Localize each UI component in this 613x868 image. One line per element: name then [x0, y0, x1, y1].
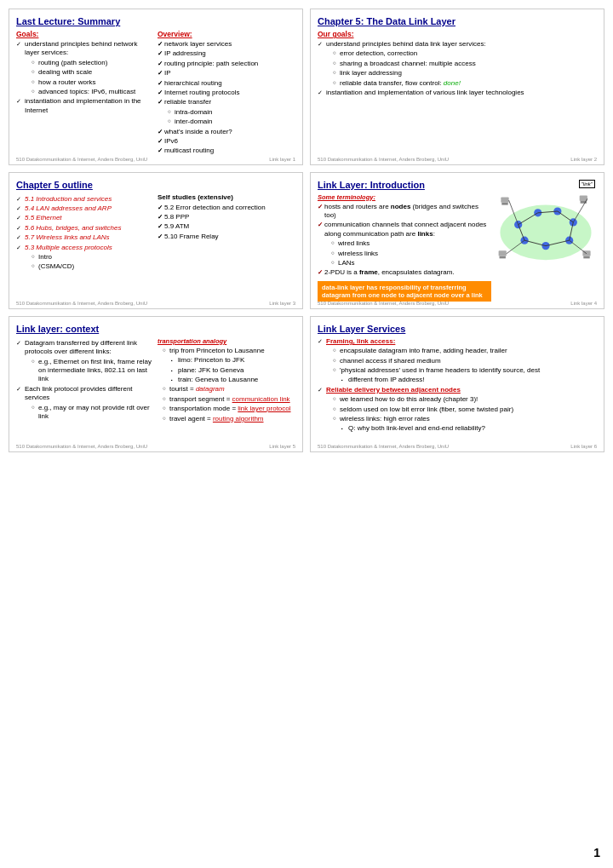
slide-num: Link layer 1 [269, 157, 295, 162]
list-item: ✓5.9 ATM [158, 222, 295, 231]
list-item: ✓reliable transfer [158, 98, 295, 106]
slide-3-title: Chapter 5 outline [16, 180, 295, 190]
footer-text: 510 Datakommunikation & Internet, Anders… [16, 444, 147, 449]
list-item: understand principles behind data link l… [318, 40, 597, 88]
list-item: sharing a broadcast channel: multiple ac… [333, 60, 597, 68]
svg-rect-20 [583, 256, 589, 258]
list-item: limo: Princeton to JFK [171, 356, 295, 365]
list-item: ✓ communication channels that connect ad… [318, 221, 491, 267]
sub-list: error detection, correction sharing a br… [326, 49, 597, 88]
list-item: ✓what's inside a router? [158, 128, 295, 136]
slide-5-title: Link layer: context [16, 324, 295, 334]
list-item: intra-domain [168, 108, 295, 117]
footer-text: 510 Datakommunikation & Internet, Anders… [16, 301, 147, 306]
list-item: train: Geneva to Lausanne [171, 376, 295, 384]
list-item: how a router works [32, 78, 154, 87]
list-item: understand principles behind network lay… [16, 40, 154, 96]
list-item: error detection, correction [333, 49, 597, 58]
list-item: ✓IP [158, 69, 295, 78]
list-item: wireless links: high error rates [333, 415, 597, 423]
slide-num: Link layer 2 [570, 157, 597, 162]
list-item: plane: JFK to Geneva [171, 366, 295, 375]
slide-1-overview-label: Overview: [158, 30, 295, 38]
list-item: ✓multicast routing [158, 147, 295, 155]
slide-1: Last Lecture: Summary Goals: understand … [9, 9, 303, 165]
list-item: LANs [331, 259, 491, 267]
list-item: Each link protocol provides different se… [16, 385, 154, 422]
slide-5-transport-list: trip from Princeton to Lausanne limo: Pr… [158, 347, 295, 423]
list-item: trip from Princeton to Lausanne [163, 347, 295, 355]
slide-4-terminology-list: ✓ hosts and routers are nodes (bridges a… [318, 203, 491, 278]
list-item: 5.5 Ethernet [16, 214, 154, 222]
list-item: ✓5.10 Frame Relay [158, 233, 295, 241]
reliable-label: Reliable delivery between adjacent nodes [326, 386, 461, 394]
list-item: routing (path selection) [32, 59, 154, 67]
slide-3-check-list: 5.1 Introduction and services 5.4 LAN ad… [16, 195, 154, 272]
list-item: dealing with scale [32, 68, 154, 77]
slide-6: Link Layer Services Framing, link access… [310, 316, 604, 452]
list-item: wired links [331, 239, 491, 248]
slide-1-title: Last Lecture: Summary [16, 16, 295, 26]
list-item: ✓IP addressing [158, 49, 295, 58]
slide-6-title: Link Layer Services [318, 324, 597, 334]
list-item: ✓5.2 Error detection and correction [158, 204, 295, 212]
slide-num: Link layer 6 [570, 444, 597, 449]
list-item: wireless links [331, 250, 491, 258]
sub-sub-list: limo: Princeton to JFK plane: JFK to Gen… [163, 356, 295, 384]
slide-1-overview-list: ✓network layer services ✓IP addressing ✓… [158, 40, 295, 156]
done-text: done! [444, 79, 461, 87]
sub-list: intra-domain inter-domain [158, 108, 295, 127]
list-item: 5.4 LAN addresses and ARP [16, 204, 154, 213]
slide-4-footer: 510 Datakommunikation & Internet, Anders… [311, 301, 604, 306]
footer-text: 510 Datakommunikation & Internet, Anders… [318, 157, 449, 162]
slide-4: Link Layer: Introduction Some terminolog… [310, 172, 604, 309]
list-item: Q: why both link-level and end-end relia… [341, 424, 597, 433]
slide-2-title: Chapter 5: The Data Link Layer [318, 16, 597, 26]
list-item: ✓5.8 PPP [158, 213, 295, 221]
svg-rect-22 [500, 256, 506, 258]
list-item: reliable data transfer, flow control: do… [333, 79, 597, 88]
list-item: e.g., may or may not provide rdt over li… [32, 404, 154, 422]
datagram-note: datagram [196, 385, 225, 393]
list-item: tourist = datagram [163, 385, 295, 394]
sub-list: encapsulate datagram into frame, adding … [326, 347, 597, 385]
slide-5: Link layer: context Datagram transferred… [9, 316, 303, 452]
sub-list: we learned how to do this already (chapt… [326, 395, 597, 434]
list-item: encapsulate datagram into frame, adding … [333, 347, 597, 355]
slide-1-goals-list: understand principles behind network lay… [16, 40, 154, 115]
page-container: Last Lecture: Summary Goals: understand … [0, 0, 613, 461]
list-item: Intro [32, 253, 154, 262]
svg-rect-21 [499, 250, 507, 256]
comm-link-note: communication link [232, 395, 290, 403]
sub-sub-list: different from IP address! [333, 376, 597, 384]
list-item: transport segment = communication link [163, 395, 295, 404]
list-item: (CSMA/CD) [32, 262, 154, 271]
list-item: travel agent = routing algorithm [163, 415, 295, 423]
slide-3-self-study-list: ✓5.2 Error detection and correction ✓5.8… [158, 204, 295, 242]
network-diagram: "link" [495, 180, 597, 256]
slide-2-goals-label: Our goals: [318, 30, 597, 38]
svg-rect-16 [501, 203, 507, 205]
sub-list: e.g., Ethernet on first link, frame rela… [25, 358, 154, 384]
slides-grid: Last Lecture: Summary Goals: understand … [9, 9, 604, 452]
link-protocol-note: link layer protocol [238, 405, 290, 412]
slide-6-list: Framing, link access: encapsulate datagr… [318, 337, 597, 434]
list-item: inter-domain [168, 118, 295, 126]
list-item: ✓IPv6 [158, 137, 295, 146]
list-item: ✓network layer services [158, 40, 295, 49]
link-tag: "link" [579, 180, 595, 188]
data-link-span: data-link layer has responsibility of tr… [322, 284, 483, 299]
list-item: 5.1 Introduction and services [16, 195, 154, 204]
sub-list: wired links wireless links LANs [324, 239, 491, 267]
list-item: ✓ 2-PDU is a frame, encapsulates datagra… [318, 268, 491, 277]
footer-text: 510 Datakommunikation & Internet, Anders… [16, 157, 147, 162]
page-number: 1 [593, 846, 600, 859]
framing-label: Framing, link access: [326, 337, 395, 345]
slide-num: Link layer 5 [269, 444, 295, 449]
slide-5-check-list: Datagram transferred by different link p… [16, 339, 154, 422]
self-studies-label: Self studies (extensive) [158, 193, 295, 201]
slide-4-orange-box: data-link layer has responsibility of tr… [318, 281, 491, 302]
list-item: we learned how to do this already (chapt… [333, 395, 597, 404]
routing-alg-note: routing algorithm [213, 415, 264, 423]
list-item: 'physical addresses' used in frame heade… [333, 366, 597, 375]
